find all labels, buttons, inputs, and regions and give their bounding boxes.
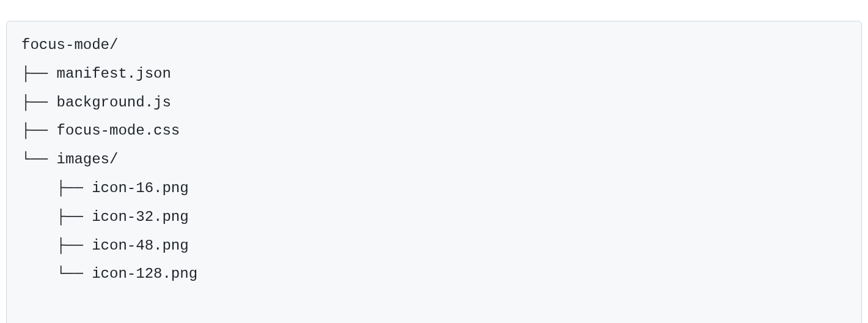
tree-line: ├── icon-16.png <box>21 180 189 196</box>
tree-line: focus-mode/ <box>21 37 118 53</box>
tree-line: ├── icon-32.png <box>21 209 189 225</box>
tree-line: └── icon-128.png <box>21 265 197 282</box>
tree-line: ├── manifest.json <box>21 65 171 82</box>
tree-line: ├── background.js <box>21 94 171 111</box>
file-tree-block: focus-mode/ ├── manifest.json ├── backgr… <box>6 21 862 323</box>
tree-line: └── images/ <box>21 151 118 168</box>
tree-line: ├── focus-mode.css <box>21 122 180 139</box>
tree-line: ├── icon-48.png <box>21 237 189 254</box>
